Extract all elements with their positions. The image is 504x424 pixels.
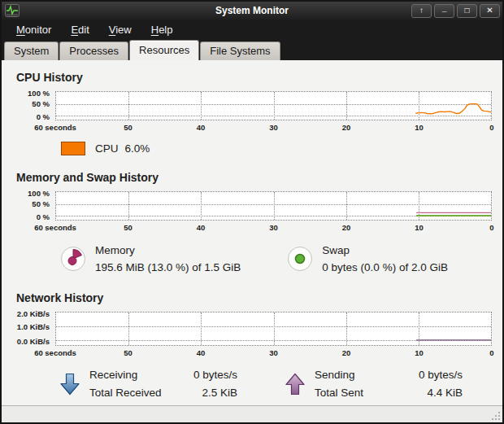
app-icon bbox=[4, 3, 20, 18]
memory-chart-row: 100 % 50 % 0 % bbox=[2, 191, 492, 221]
sending-value: 0 bytes/s bbox=[411, 366, 463, 384]
receiving-value: 0 bytes/s bbox=[185, 366, 237, 384]
shade-button[interactable]: ↑ bbox=[411, 4, 432, 18]
cpu-x-axis: 60 seconds 50 40 30 20 10 0 bbox=[55, 123, 492, 133]
memory-x-axis: 60 seconds 50 40 30 20 10 0 bbox=[55, 223, 492, 234]
titlebar[interactable]: System Monitor ↑ _ □ ✕ bbox=[2, 2, 502, 20]
upload-arrow-icon bbox=[284, 372, 306, 396]
system-monitor-window: System Monitor ↑ _ □ ✕ Monitor Edit View… bbox=[0, 0, 504, 424]
cpu-legend-label: CPU bbox=[95, 142, 119, 155]
menubar: Monitor Edit View Help bbox=[2, 20, 502, 39]
menu-edit[interactable]: Edit bbox=[63, 22, 97, 37]
memory-legend-item: Memory 195.6 MiB (13.0 %) of 1.5 GiB bbox=[60, 242, 241, 276]
swap-pie-icon[interactable] bbox=[287, 246, 313, 272]
memory-swap-title: Memory and Swap History bbox=[16, 171, 502, 184]
minimize-button[interactable]: _ bbox=[434, 4, 454, 18]
network-chart-row: 2.0 KiB/s 1.0 KiB/s 0.0 KiB/s bbox=[2, 312, 492, 346]
total-received-label: Total Received bbox=[89, 384, 185, 402]
sending-label: Sending bbox=[315, 366, 411, 384]
menu-help[interactable]: Help bbox=[143, 22, 181, 37]
status-bar bbox=[2, 405, 502, 422]
cpu-color-swatch[interactable] bbox=[61, 142, 85, 155]
network-x-axis: 60 seconds 50 40 30 20 10 0 bbox=[55, 348, 492, 359]
menu-monitor[interactable]: Monitor bbox=[8, 22, 59, 37]
maximize-button[interactable]: □ bbox=[457, 4, 477, 18]
memory-swap-chart bbox=[55, 191, 492, 221]
memory-label: Memory bbox=[95, 242, 241, 259]
memory-y-axis: 100 % 50 % 0 % bbox=[2, 191, 55, 221]
swap-legend-item: Swap 0 bytes (0.0 %) of 2.0 GiB bbox=[287, 242, 448, 276]
memory-detail: 195.6 MiB (13.0 %) of 1.5 GiB bbox=[95, 259, 241, 276]
resize-grip[interactable] bbox=[490, 410, 501, 421]
network-y-axis: 2.0 KiB/s 1.0 KiB/s 0.0 KiB/s bbox=[2, 312, 55, 346]
receiving-legend-item: Receiving 0 bytes/s Total Received 2.5 K… bbox=[59, 366, 237, 402]
cpu-legend: CPU 6.0% bbox=[61, 142, 502, 155]
cpu-chart-row: 100 % 50 % 0 % bbox=[2, 91, 492, 120]
tab-bar: System Processes Resources File Systems bbox=[2, 39, 502, 60]
receiving-label: Receiving bbox=[89, 366, 185, 384]
total-sent-value: 4.4 KiB bbox=[411, 384, 463, 402]
network-history-title: Network History bbox=[16, 291, 502, 304]
tab-resources[interactable]: Resources bbox=[129, 40, 199, 60]
sending-legend-item: Sending 0 bytes/s Total Sent 4.4 KiB bbox=[284, 366, 463, 402]
total-sent-label: Total Sent bbox=[315, 384, 411, 402]
tab-file-systems[interactable]: File Systems bbox=[200, 42, 280, 60]
cpu-legend-value: 6.0% bbox=[125, 142, 150, 155]
memory-swap-legend: Memory 195.6 MiB (13.0 %) of 1.5 GiB Swa… bbox=[60, 242, 502, 276]
cpu-history-title: CPU History bbox=[16, 71, 502, 84]
swap-label: Swap bbox=[322, 242, 448, 259]
cpu-y-axis: 100 % 50 % 0 % bbox=[2, 91, 55, 120]
swap-detail: 0 bytes (0.0 %) of 2.0 GiB bbox=[322, 259, 448, 276]
close-button[interactable]: ✕ bbox=[480, 4, 500, 18]
resources-panel: CPU History 100 % 50 % 0 % 60 seconds 50… bbox=[2, 60, 502, 405]
download-arrow-icon bbox=[59, 372, 81, 396]
tab-system[interactable]: System bbox=[4, 42, 59, 60]
memory-pie-icon[interactable] bbox=[60, 246, 86, 272]
cpu-history-chart bbox=[55, 91, 492, 120]
tab-processes[interactable]: Processes bbox=[59, 42, 128, 60]
menu-view[interactable]: View bbox=[101, 22, 140, 37]
network-history-chart bbox=[55, 312, 492, 346]
network-legend: Receiving 0 bytes/s Total Received 2.5 K… bbox=[59, 366, 502, 402]
total-received-value: 2.5 KiB bbox=[185, 384, 237, 402]
